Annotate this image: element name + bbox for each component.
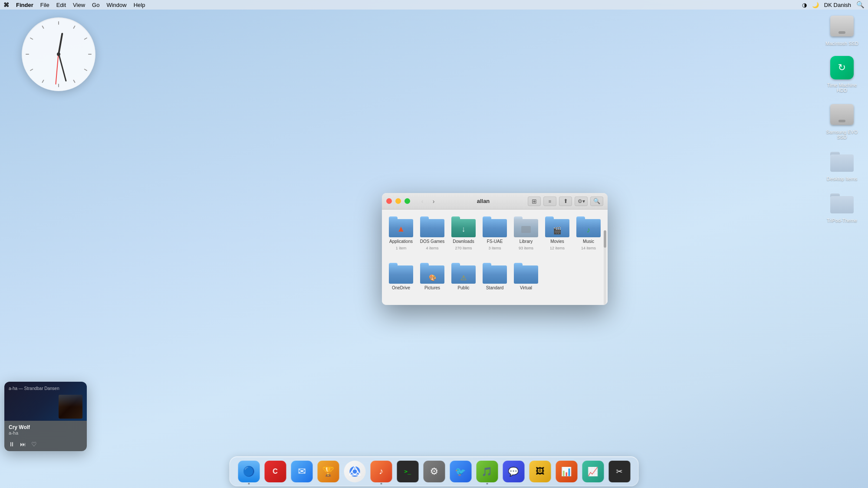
dock-item-vinyls[interactable]: 🎵 xyxy=(475,459,499,483)
finder-forward-button[interactable]: › xyxy=(428,197,439,206)
menu-edit[interactable]: Edit xyxy=(56,2,66,8)
dock-item-popclip[interactable]: ✂ xyxy=(608,459,631,483)
dock-icon-popclip: ✂ xyxy=(608,461,630,482)
finder-item-standard[interactable]: Standard xyxy=(480,260,510,301)
dock-item-itunes[interactable]: ♪ xyxy=(369,459,393,483)
tm-arrow-icon: ↺ xyxy=(838,62,846,73)
menubar-right: ◑ 🌙 DK Danish 🔍 xyxy=(802,1,865,9)
dock-item-system-prefs[interactable]: ⚙ xyxy=(422,459,446,483)
folder-tripod-theme-shape xyxy=(830,193,854,213)
menu-finder[interactable]: Finder xyxy=(16,2,33,8)
finder-view-icon-button[interactable]: ⊞ xyxy=(528,197,541,206)
music-like-button[interactable]: ♡ xyxy=(31,441,37,448)
finder-item-pictures[interactable]: 🎨 Pictures xyxy=(418,260,447,301)
finder-share-button[interactable]: ⬆ xyxy=(559,197,572,206)
tick-8 xyxy=(30,69,33,71)
dark-mode-icon[interactable]: ◑ xyxy=(802,2,807,8)
menu-window[interactable]: Window xyxy=(106,2,126,8)
drive-time-machine[interactable]: ↺ Time Machine HDD xyxy=(825,55,859,93)
finder-item-applications[interactable]: ▲ Applications 1 item xyxy=(386,214,416,259)
hour-hand xyxy=(58,33,63,54)
music-title: Cry Wolf xyxy=(9,424,82,430)
finder-view-list-button[interactable]: ≡ xyxy=(543,197,556,206)
finder-face-icon: 🔵 xyxy=(243,466,255,477)
drive-macintosh-ssd-label: Macintosh SSD xyxy=(825,41,858,46)
tick-2 xyxy=(84,37,87,40)
mail-symbol: ✉ xyxy=(298,466,306,477)
menu-file[interactable]: File xyxy=(40,2,49,8)
finder-item-applications-count: 1 item xyxy=(396,246,407,250)
dock-icon-vinyls: 🎵 xyxy=(476,461,498,482)
drive-macintosh-ssd[interactable]: Macintosh SSD xyxy=(825,13,859,46)
music-info: Cry Wolf a-ha xyxy=(4,421,87,439)
dock-item-istatmenus[interactable]: 📈 xyxy=(581,459,605,483)
popclip-symbol: ✂ xyxy=(616,467,623,476)
dock-item-finder[interactable]: 🔵 xyxy=(237,459,261,483)
dock-item-terminal[interactable]: >_ xyxy=(396,459,420,483)
finder-item-fs-uae[interactable]: FS-UAE 3 items xyxy=(480,214,510,259)
finder-item-dos-games[interactable]: DOS Games 4 items xyxy=(418,214,447,259)
apple-menu[interactable]: ⌘ xyxy=(3,2,9,8)
finder-item-library-count: 93 items xyxy=(519,246,533,250)
drive-samsung-evo[interactable]: Samsung EVO SSD xyxy=(825,102,859,140)
chrome-blue-inner xyxy=(352,469,357,474)
music-next-button[interactable]: ⏭ xyxy=(20,441,26,448)
window-close-button[interactable] xyxy=(386,198,392,204)
folder-downloads-icon: ↓ xyxy=(451,216,476,237)
drive-macintosh-ssd-icon xyxy=(829,13,855,39)
folder-desktop-items[interactable]: Desktop Items xyxy=(825,148,859,181)
finder-item-music[interactable]: ♪ Music 14 items xyxy=(574,214,603,259)
dock-item-memories[interactable]: 🖼 xyxy=(528,459,552,483)
menu-view[interactable]: View xyxy=(73,2,85,8)
finder-item-library[interactable]: Library 93 items xyxy=(511,214,541,259)
dock-icon-terminal: >_ xyxy=(397,461,418,482)
dock-icon-itunes: ♪ xyxy=(370,461,392,482)
finder-content: ▲ Applications 1 item DOS Games 4 items xyxy=(382,210,608,305)
dock-icon-codeshot: C xyxy=(264,461,286,482)
folder-desktop-items-shape xyxy=(830,151,854,172)
dock-item-twitterrific[interactable]: 🐦 xyxy=(449,459,473,483)
spotlight-icon[interactable]: 🔍 xyxy=(856,1,865,9)
finder-item-onedrive[interactable]: OneDrive xyxy=(386,260,416,301)
music-album-text: a-ha — Strandbar Dansen xyxy=(9,386,59,391)
dock-dot-itunes xyxy=(380,483,382,485)
drive-samsung-evo-label: Samsung EVO SSD xyxy=(825,129,859,140)
dock-item-codeshot[interactable]: C xyxy=(263,459,287,483)
dock-item-winwar[interactable]: 🏆 xyxy=(316,459,340,483)
dock-icon-twitterrific: 🐦 xyxy=(450,461,471,482)
finder-action-button[interactable]: ⚙▾ xyxy=(575,197,588,206)
finder-item-public[interactable]: ⚠ Public xyxy=(449,260,478,301)
nightshift-icon[interactable]: 🌙 xyxy=(812,2,819,8)
dock-item-keynote[interactable]: 📊 xyxy=(555,459,579,483)
music-pause-button[interactable]: ⏸ xyxy=(9,441,15,448)
menu-go[interactable]: Go xyxy=(92,2,99,8)
folder-fs-uae-icon xyxy=(483,216,507,237)
window-minimize-button[interactable] xyxy=(395,198,401,204)
dock-item-chrome[interactable] xyxy=(343,459,367,483)
finder-search-button[interactable]: 🔍 xyxy=(590,197,603,206)
chrome-logo-svg xyxy=(347,464,362,479)
finder-item-virtual-name: Virtual xyxy=(520,285,532,291)
finder-back-button[interactable]: ‹ xyxy=(417,197,427,206)
folder-onedrive-icon xyxy=(389,263,413,284)
music-album-art: a-ha — Strandbar Dansen xyxy=(4,382,87,421)
window-maximize-button[interactable] xyxy=(404,198,410,204)
language-indicator[interactable]: DK Danish xyxy=(824,2,851,8)
drive-samsung-evo-icon xyxy=(829,102,855,128)
finder-window: ‹ › allan ⊞ ≡ ⬆ ⚙▾ 🔍 ▲ Applications 1 it… xyxy=(382,193,608,305)
desktop-items-panel: Macintosh SSD ↺ Time Machine HDD Samsung… xyxy=(825,13,859,223)
dock-icon-discord: 💬 xyxy=(503,461,524,482)
finder-item-virtual[interactable]: Virtual xyxy=(511,260,541,301)
finder-scrollbar-thumb[interactable] xyxy=(604,230,606,248)
finder-nav-buttons: ‹ › xyxy=(417,197,439,206)
folder-desktop-items-icon xyxy=(829,148,855,174)
finder-item-movies[interactable]: 🎬 Movies 12 items xyxy=(542,214,572,259)
system-prefs-symbol: ⚙ xyxy=(430,466,438,477)
finder-item-downloads[interactable]: ↓ Downloads 270 items xyxy=(449,214,478,259)
finder-scrollbar[interactable] xyxy=(604,230,606,305)
dock-item-discord[interactable]: 💬 xyxy=(502,459,526,483)
folder-tripod-theme[interactable]: TriPod-Theme xyxy=(825,190,859,223)
istatmenus-symbol: 📈 xyxy=(588,466,598,477)
menu-help[interactable]: Help xyxy=(134,2,145,8)
dock-item-mail[interactable]: ✉ xyxy=(290,459,314,483)
